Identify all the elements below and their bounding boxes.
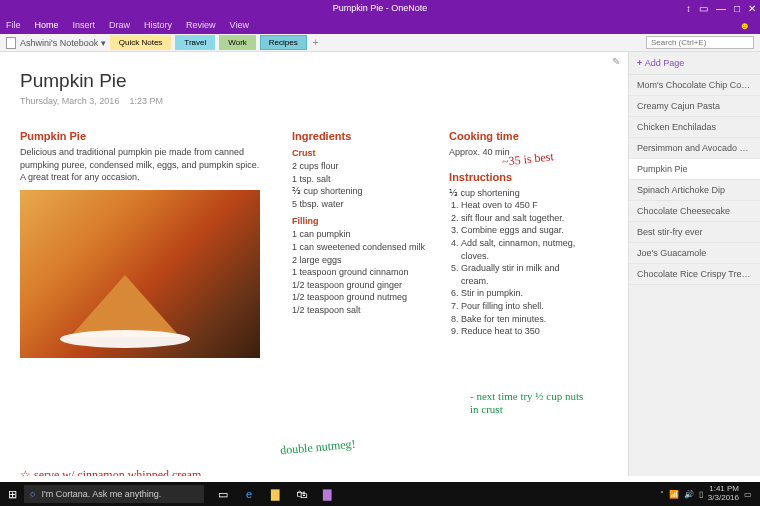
ink-annotation: double nutmeg! (279, 437, 356, 459)
step: Gradually stir in milk and cream. (461, 262, 587, 287)
windows-taskbar: ⊞ I'm Cortana. Ask me anything. ▭ e ▇ 🛍 … (0, 482, 760, 506)
taskbar-pinned: ▭ e ▇ 🛍 ▇ (214, 488, 336, 501)
window-controls: ↕ ▭ — □ ✕ (686, 3, 756, 14)
taskbar-clock[interactable]: 1:41 PM 3/3/2016 (708, 485, 739, 503)
add-section-button[interactable]: + (313, 37, 319, 48)
close-icon[interactable]: ✕ (748, 3, 756, 14)
store-icon[interactable]: 🛍 (292, 488, 310, 501)
page-list-item[interactable]: Persimmon and Avocado Salad (629, 138, 760, 159)
step: Pour filling into shell. (461, 300, 587, 313)
tab-file[interactable]: File (6, 20, 21, 30)
step: Stir in pumpkin. (461, 287, 587, 300)
ingredients-heading: Ingredients (292, 130, 425, 142)
tab-home[interactable]: Home (35, 20, 59, 30)
recipe-description: Delicious and traditional pumpkin pie ma… (20, 146, 260, 184)
ribbon-tabs: File Home Insert Draw History Review Vie… (0, 16, 760, 34)
page-meta: Thursday, March 3, 2016 1:23 PM (20, 96, 608, 106)
volume-icon[interactable]: 🔊 (684, 490, 694, 499)
ing: 1/2 teaspoon ground nutmeg (292, 291, 425, 304)
sync-icon[interactable]: ↕ (686, 3, 691, 14)
page-canvas[interactable]: ✎ Pumpkin Pie Thursday, March 3, 2016 1:… (0, 52, 628, 476)
cooking-value: Approx. 40 min (449, 146, 587, 159)
ing: 1 can sweetened condensed milk (292, 241, 425, 254)
tray-chevron-icon[interactable]: ˄ (660, 490, 664, 499)
onenote-icon[interactable]: ▇ (318, 488, 336, 501)
recipe-columns: Ingredients Crust 2 cups flour 1 tsp. sa… (292, 130, 587, 338)
page-list-sidebar: Add Page Mom's Chocolate Chip Cookies Cr… (628, 52, 760, 476)
cortana-search[interactable]: I'm Cortana. Ask me anything. (24, 485, 204, 503)
network-icon[interactable]: 📶 (669, 490, 679, 499)
start-button[interactable]: ⊞ (0, 488, 24, 501)
step: Reduce heat to 350 (461, 325, 587, 338)
titlebar: Pumpkin Pie - OneNote ↕ ▭ — □ ✕ (0, 0, 760, 16)
section-tab[interactable]: Quick Notes (110, 35, 172, 50)
page-content: Pumpkin Pie Delicious and traditional pu… (20, 130, 608, 358)
edge-icon[interactable]: e (240, 488, 258, 501)
tab-insert[interactable]: Insert (73, 20, 96, 30)
maximize-icon[interactable]: □ (734, 3, 740, 14)
tab-review[interactable]: Review (186, 20, 216, 30)
section-tab[interactable]: Travel (175, 35, 215, 50)
window-title: Pumpkin Pie - OneNote (333, 3, 428, 13)
feedback-icon[interactable]: ☻ (739, 20, 750, 31)
ing: 1 teaspoon ground cinnamon (292, 266, 425, 279)
ink-annotation: ☆ serve w/ cinnamon whipped cream (20, 468, 201, 476)
step: Add salt, cinnamon, nutmeg, cloves. (461, 237, 587, 262)
tab-history[interactable]: History (144, 20, 172, 30)
ing: 1 tsp. salt (292, 173, 425, 186)
section-toolbar: Ashwini's Notebook ▾ Quick Notes Travel … (0, 34, 760, 52)
page-list-item[interactable]: Mom's Chocolate Chip Cookies (629, 75, 760, 96)
ribbon-collapse-icon[interactable]: ▭ (699, 3, 708, 14)
section-tab[interactable]: Work (219, 35, 256, 50)
ing: 5 tbsp. water (292, 198, 425, 211)
system-tray: ˄ 📶 🔊 ▯ 1:41 PM 3/3/2016 ▭ (660, 485, 760, 503)
page-title[interactable]: Pumpkin Pie (20, 70, 608, 92)
step: sift flour and salt together. (461, 212, 587, 225)
pin-icon[interactable]: ✎ (612, 56, 620, 67)
ing: 2 cups flour (292, 160, 425, 173)
minimize-icon[interactable]: — (716, 3, 726, 14)
page-date: Thursday, March 3, 2016 (20, 96, 119, 106)
add-page-button[interactable]: Add Page (629, 52, 760, 75)
instructions-column: Cooking time Approx. 40 min Instructions… (449, 130, 587, 338)
page-list-item[interactable]: Best stir-fry ever (629, 222, 760, 243)
page-list-item-active[interactable]: Pumpkin Pie (629, 159, 760, 180)
explorer-icon[interactable]: ▇ (266, 488, 284, 501)
instructions-list: Heat oven to 450 F sift flour and salt t… (449, 199, 587, 338)
cooking-heading: Cooking time (449, 130, 587, 142)
tab-view[interactable]: View (230, 20, 249, 30)
battery-icon[interactable]: ▯ (699, 490, 703, 499)
page-list-item[interactable]: Chocolate Rice Crispy Treats (629, 264, 760, 285)
ing: 2 large eggs (292, 254, 425, 267)
task-view-icon[interactable]: ▭ (214, 488, 232, 501)
instructions-heading: Instructions (449, 171, 587, 183)
page-list-item[interactable]: Joe's Guacamole (629, 243, 760, 264)
notebook-icon (6, 37, 16, 49)
search-input[interactable] (646, 36, 754, 49)
page-list-item[interactable]: Creamy Cajun Pasta (629, 96, 760, 117)
recipe-photo (20, 190, 260, 358)
ink-annotation: - next time try ½ cup nuts in crust (470, 390, 590, 416)
ing: 1/2 teaspoon ground ginger (292, 279, 425, 292)
action-center-icon[interactable]: ▭ (744, 490, 752, 499)
step: Heat oven to 450 F (461, 199, 587, 212)
tab-draw[interactable]: Draw (109, 20, 130, 30)
step: Combine eggs and sugar. (461, 224, 587, 237)
clock-date: 3/3/2016 (708, 494, 739, 503)
ing: ⅔ cup shortening (292, 185, 425, 198)
step: Bake for ten minutes. (461, 313, 587, 326)
filling-heading: Filling (292, 216, 425, 226)
page-list-item[interactable]: Chicken Enchiladas (629, 117, 760, 138)
page-list-item[interactable]: Spinach Artichoke Dip (629, 180, 760, 201)
notebook-dropdown[interactable]: Ashwini's Notebook ▾ (20, 38, 106, 48)
crust-heading: Crust (292, 148, 425, 158)
ing: 1/2 teaspoon salt (292, 304, 425, 317)
section-tab-active[interactable]: Recipes (260, 35, 307, 50)
ingredients-column: Ingredients Crust 2 cups flour 1 tsp. sa… (292, 130, 425, 338)
main-area: ✎ Pumpkin Pie Thursday, March 3, 2016 1:… (0, 52, 760, 476)
page-list-item[interactable]: Chocolate Cheesecake (629, 201, 760, 222)
step: ⅓ cup shortening (449, 187, 587, 200)
page-time: 1:23 PM (129, 96, 163, 106)
ing: 1 can pumpkin (292, 228, 425, 241)
